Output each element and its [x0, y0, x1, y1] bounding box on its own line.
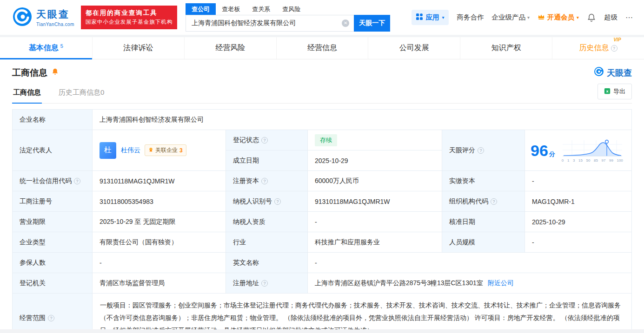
- super-vip-label: 超级: [604, 13, 617, 22]
- related-companies-label: 关联企业: [155, 146, 178, 154]
- open-membership-button[interactable]: 开通会员 ▾: [538, 13, 579, 22]
- table-row: 经营范围 ? 一般项目：园区管理服务；创业空间服务；市场主体登记注册代理；商务代…: [13, 294, 631, 333]
- business-term-label: 营业期限: [13, 212, 93, 232]
- related-companies-count: 3: [179, 147, 183, 154]
- rosette-icon: [148, 147, 153, 154]
- membership-label: 开通会员: [547, 13, 574, 22]
- apps-menu[interactable]: 应用 ▾: [412, 10, 449, 25]
- tab-basic-label: 基本信息: [29, 43, 59, 53]
- credit-code-label: 统一社会信用代码 ?: [13, 171, 93, 191]
- apps-label: 应用: [425, 13, 439, 22]
- english-name-value: -: [308, 253, 631, 273]
- watermark-label: 天眼查: [607, 67, 632, 78]
- legal-representative-value: 杜 杜伟云 关联企业 3: [93, 130, 226, 170]
- page-footer-strip: [0, 329, 644, 333]
- tab-business-label: 经营信息: [307, 43, 337, 53]
- info-icon[interactable]: ?: [491, 198, 497, 205]
- tab-company-development[interactable]: 公司发展: [368, 37, 460, 59]
- nearby-companies-link[interactable]: 附近公司: [488, 279, 514, 287]
- info-icon[interactable]: ?: [261, 280, 268, 287]
- search-input[interactable]: [186, 15, 354, 32]
- export-label: 导出: [613, 87, 625, 96]
- search-tab-relation[interactable]: 查关系: [246, 3, 276, 15]
- tianyancha-logo-icon: [12, 7, 33, 28]
- chevron-down-icon: ▾: [577, 15, 579, 20]
- paid-capital-label: 实缴资本: [442, 171, 525, 191]
- tianyan-score-value: 96 分: [525, 130, 631, 170]
- table-row: 参保人数 - 英文名称 -: [13, 253, 631, 273]
- business-info-table: 企业名称 上海青浦国科创智经济发展有限公司 法定代表人 杜 杜伟云: [12, 109, 632, 333]
- registered-address-value: 上海市青浦区赵巷镇沪青平公路2875号3幢13层C区1301室 附近公司: [308, 273, 631, 293]
- search-tab-boss[interactable]: 查老板: [216, 3, 246, 15]
- info-icon[interactable]: ?: [478, 147, 484, 154]
- org-code-value: MAG1QJMR-1: [525, 191, 631, 211]
- industry-label: 行业: [226, 232, 308, 252]
- export-button[interactable]: x 导出: [598, 84, 632, 99]
- tab-business-info[interactable]: 经营信息: [276, 37, 368, 59]
- search-tab-company[interactable]: 查公司: [186, 3, 216, 15]
- tab-operating-risk[interactable]: 经营风险: [184, 37, 276, 59]
- subtab-history-business-info[interactable]: 历史工商信息0: [58, 83, 105, 103]
- tab-risk-label: 经营风险: [215, 43, 245, 53]
- staff-size-value: -: [525, 232, 631, 252]
- insured-count-label: 参保人数: [13, 253, 93, 273]
- business-scope-value: 一般项目：园区管理服务；创业空间服务；市场主体登记注册代理；商务代理代办服务；技…: [93, 294, 631, 333]
- score-unit: 分: [549, 150, 555, 158]
- tab-history-info[interactable]: 历史信息 ? VIP: [552, 37, 644, 59]
- tab-history-label: 历史信息: [579, 43, 609, 53]
- enterprise-label: 企业级产品: [491, 13, 525, 22]
- registration-authority-label: 登记机关: [13, 273, 93, 293]
- nav-enterprise-products[interactable]: 企业级产品 ▾: [491, 13, 530, 22]
- tab-basic-count: 5: [60, 43, 63, 49]
- info-icon[interactable]: ?: [74, 178, 80, 184]
- registration-number-label: 工商注册号: [13, 191, 93, 211]
- subtabs-row: 工商信息 历史工商信息0 x 导出: [12, 83, 632, 104]
- search-button[interactable]: 天眼一下: [354, 15, 390, 32]
- notification-bell-icon[interactable]: [587, 13, 596, 22]
- info-icon[interactable]: ?: [261, 178, 268, 184]
- table-row: 统一社会信用代码 ? 91310118MAG1QJMR1W 注册资本 ? 600…: [13, 171, 631, 191]
- crown-icon: [538, 13, 545, 21]
- registered-address-label: 注册地址 ?: [226, 273, 308, 293]
- info-icon[interactable]: ?: [274, 198, 281, 205]
- registered-capital-label: 注册资本 ?: [226, 171, 308, 191]
- vip-badge: VIP: [613, 37, 621, 42]
- top-header: 天眼查 TianYanCha.com 都在用的商业查询工具 国家中小企业发展子基…: [0, 0, 644, 35]
- search-tab-risk[interactable]: 查风险: [276, 3, 306, 15]
- related-companies-badge[interactable]: 关联企业 3: [145, 144, 186, 156]
- taxpayer-id-label: 纳税人识别号 ?: [226, 191, 308, 211]
- tab-intellectual-property[interactable]: 知识产权: [460, 37, 552, 59]
- tab-ip-label: 知识产权: [491, 43, 521, 53]
- insured-count-value: -: [93, 253, 226, 273]
- brand-name: 天眼查: [36, 8, 74, 21]
- registration-authority-value: 青浦区市场监督管理局: [93, 273, 226, 293]
- promo-banner: 都在用的商业查询工具 国家中小企业发展子基金旗下机构: [81, 6, 178, 29]
- business-scope-label: 经营范围 ?: [13, 294, 93, 333]
- paid-capital-value: -: [525, 171, 631, 191]
- tab-development-label: 公司发展: [399, 43, 429, 53]
- tab-basic-info[interactable]: 基本信息 5: [0, 37, 92, 59]
- info-icon[interactable]: ?: [261, 137, 268, 144]
- registration-number-value: 310118005354983: [93, 191, 226, 211]
- tab-legal-proceedings[interactable]: 法律诉讼: [92, 37, 184, 59]
- credit-code-value: 91310118MAG1QJMR1W: [93, 171, 226, 191]
- nav-super-vip[interactable]: 超级: [604, 13, 617, 22]
- english-name-label: 英文名称: [226, 253, 308, 273]
- establishment-date-label: 成立日期: [226, 150, 308, 170]
- info-icon[interactable]: ?: [48, 315, 54, 321]
- subscribe-bell-icon[interactable]: [51, 68, 59, 78]
- staff-size-label: 人员规模: [442, 232, 525, 252]
- info-icon[interactable]: ?: [611, 45, 617, 52]
- score-number: 96: [531, 143, 548, 158]
- promo-line2: 国家中小企业发展子基金旗下机构: [86, 18, 173, 26]
- legal-representative-link[interactable]: 杜伟云: [121, 146, 140, 155]
- tianyancha-logo[interactable]: 天眼查 TianYanCha.com: [12, 7, 74, 28]
- subtab-business-info[interactable]: 工商信息: [12, 83, 42, 103]
- chevron-down-icon: ▾: [527, 15, 530, 20]
- nav-business-cooperation[interactable]: 商务合作: [457, 13, 484, 22]
- org-code-label: 组织机构代码 ?: [442, 191, 525, 211]
- registered-capital-value: 60000万人民币: [308, 171, 442, 191]
- taxpayer-id-value: 91310118MAG1QJMR1W: [308, 191, 442, 211]
- more-menu-icon[interactable]: ⋯: [625, 13, 634, 22]
- avatar[interactable]: 杜: [100, 142, 116, 159]
